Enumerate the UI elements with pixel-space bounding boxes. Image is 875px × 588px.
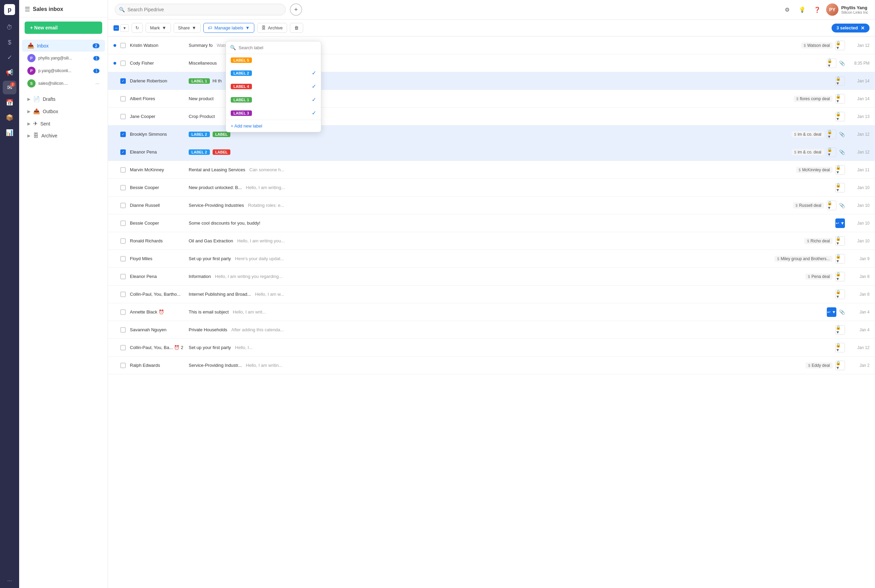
- mark-button[interactable]: Mark ▼: [145, 23, 171, 33]
- email-row-10[interactable]: Dianne Russell Service-Providing Industr…: [108, 196, 875, 214]
- email-row-15[interactable]: Collin-Paul, You, Bartho... Internet Pub…: [108, 285, 875, 303]
- app-logo[interactable]: p: [4, 4, 15, 15]
- label-option-2[interactable]: LABEL 2 ✓: [226, 66, 321, 80]
- action-lock-6[interactable]: 🔒 ▼: [827, 130, 836, 139]
- email-row-4[interactable]: Albert Flores New product $flores comp d…: [108, 90, 875, 108]
- email-row-8[interactable]: Marvin McKinney Rental and Leasing Servi…: [108, 161, 875, 179]
- email-row-7[interactable]: Eleanor Pena LABEL 2 LABEL $im & co. dea…: [108, 143, 875, 161]
- select-all-checkbox[interactable]: [114, 25, 119, 31]
- search-input[interactable]: [115, 4, 286, 15]
- email-row-2[interactable]: Cody Fisher Miscellaneous 🔒 ▼ 📎 8:35 PM: [108, 54, 875, 72]
- row-checkbox-13[interactable]: [120, 256, 126, 261]
- label-option-3[interactable]: LABEL 3 ✓: [226, 106, 321, 120]
- sidebar-item-sent[interactable]: ▶ ✈ Sent: [22, 118, 105, 130]
- email-row-16[interactable]: Annette Black ⏰ This is email subject He…: [108, 303, 875, 321]
- action-lock-14[interactable]: 🔒 ▼: [835, 272, 845, 281]
- row-checkbox-1[interactable]: [120, 43, 126, 48]
- action-lock-5[interactable]: 🔒 ▼: [835, 112, 845, 122]
- email-row-13[interactable]: Floyd Miles Set up your first party Here…: [108, 250, 875, 268]
- label-option-5[interactable]: LABEL 5: [226, 54, 321, 66]
- refresh-button[interactable]: ↻: [132, 23, 143, 33]
- apps-icon[interactable]: ⚙: [781, 3, 793, 16]
- nav-activity[interactable]: ⏱: [3, 21, 16, 34]
- email-row-12[interactable]: Ronald Richards Oil and Gas Extraction H…: [108, 232, 875, 250]
- label-search-input[interactable]: [238, 45, 317, 50]
- action-btn-blue-16[interactable]: ↩ ▼: [827, 308, 836, 317]
- row-checkbox-4[interactable]: [120, 96, 126, 102]
- label-option-1[interactable]: LABEL 1 ✓: [226, 93, 321, 106]
- account-more-sales[interactable]: ···: [95, 81, 99, 86]
- manage-labels-button[interactable]: 🏷 Manage labels ▼: [203, 23, 254, 33]
- email-row-11[interactable]: Bessie Cooper Some cool discounts for yo…: [108, 214, 875, 232]
- row-checkbox-14[interactable]: [120, 274, 126, 279]
- nav-products[interactable]: 📦: [3, 111, 16, 124]
- nav-mail[interactable]: ✉ 2: [3, 81, 16, 94]
- action-lock-15[interactable]: 🔒 ▼: [835, 290, 845, 299]
- row-checkbox-15[interactable]: [120, 292, 126, 297]
- row-checkbox-10[interactable]: [120, 203, 126, 208]
- account-pyang[interactable]: P p.yang@siliconli... 1: [22, 64, 105, 77]
- archive-button[interactable]: 🗄 Archive: [257, 23, 287, 33]
- action-lock-7[interactable]: 🔒 ▼: [827, 147, 836, 157]
- row-checkbox-18[interactable]: [120, 345, 126, 350]
- row-checkbox-17[interactable]: [120, 327, 126, 333]
- select-dropdown[interactable]: ▼: [120, 24, 129, 32]
- email-row-9[interactable]: Bessie Cooper New product unlocked: B...…: [108, 179, 875, 196]
- action-lock-18[interactable]: 🔒 ▼: [835, 343, 845, 352]
- action-lock-1[interactable]: 🔒 ▼: [835, 40, 845, 50]
- email-row-19[interactable]: Ralph Edwards Service-Providing Industr.…: [108, 357, 875, 374]
- nav-campaigns[interactable]: 📢: [3, 66, 16, 79]
- action-lock-9[interactable]: 🔒 ▼: [835, 183, 845, 192]
- email-row-3[interactable]: Darlene Robertson LABEL 1 Hi th 🔒 ▼ Jan …: [108, 72, 875, 90]
- row-checkbox-12[interactable]: [120, 238, 126, 244]
- action-btn-blue-11[interactable]: ↩ ▼: [835, 219, 845, 228]
- clear-selection-button[interactable]: ✕: [861, 25, 865, 31]
- email-row-5[interactable]: Jane Cooper Crop Product 🔒 ▼ Jan 13: [108, 108, 875, 126]
- action-lock-3[interactable]: 🔒 ▼: [835, 76, 845, 86]
- row-checkbox-3[interactable]: [120, 78, 126, 84]
- row-checkbox-9[interactable]: [120, 185, 126, 190]
- new-email-button[interactable]: + New email: [25, 21, 102, 34]
- action-lock-19[interactable]: 🔒 ▼: [835, 361, 845, 370]
- user-info[interactable]: PY Phyllis Yang Silicon Links Inc: [826, 3, 868, 16]
- row-checkbox-5[interactable]: [120, 114, 126, 119]
- sidebar-item-inbox[interactable]: 📥 Inbox 2: [22, 40, 105, 52]
- add-new-label-button[interactable]: + Add new label: [226, 120, 321, 132]
- help-icon[interactable]: ❓: [811, 3, 823, 16]
- action-lock-2[interactable]: 🔒 ▼: [827, 58, 836, 68]
- add-button[interactable]: +: [290, 3, 302, 16]
- action-lock-17[interactable]: 🔒 ▼: [835, 325, 845, 334]
- nav-more[interactable]: ···: [7, 578, 12, 584]
- row-checkbox-16[interactable]: [120, 309, 126, 315]
- account-phyllis[interactable]: P phyllis.yang@sili... 1: [22, 52, 105, 64]
- sidebar-item-drafts[interactable]: ▶ 📄 Drafts: [22, 93, 105, 105]
- nav-reports[interactable]: 📊: [3, 126, 16, 140]
- action-lock-12[interactable]: 🔒 ▼: [835, 236, 845, 246]
- email-row-14[interactable]: Eleanor Pena Information Hello, I am wri…: [108, 268, 875, 285]
- bulb-icon[interactable]: 💡: [796, 3, 808, 16]
- nav-tasks[interactable]: ✓: [3, 51, 16, 64]
- hamburger-icon[interactable]: ☰: [25, 6, 30, 13]
- row-checkbox-2[interactable]: [120, 60, 126, 66]
- delete-button[interactable]: 🗑: [290, 23, 303, 33]
- action-lock-4[interactable]: 🔒 ▼: [835, 94, 845, 104]
- nav-deals[interactable]: $: [3, 36, 16, 49]
- sidebar-item-outbox[interactable]: ▶ 📤 Outbox: [22, 105, 105, 117]
- email-row-6[interactable]: Brooklyn Simmons LABEL 2 LABEL $im & co.…: [108, 126, 875, 143]
- label-option-4[interactable]: LABEL 4 ✓: [226, 80, 321, 93]
- account-sales[interactable]: S sales@silicon.... ···: [22, 77, 105, 90]
- row-checkbox-11[interactable]: [120, 220, 126, 226]
- row-checkbox-8[interactable]: [120, 167, 126, 172]
- row-checkbox-19[interactable]: [120, 363, 126, 368]
- email-row-18[interactable]: Collin-Paul, You, Ba... ⏰ 2 Set up your …: [108, 339, 875, 357]
- nav-calendar[interactable]: 📅: [3, 96, 16, 110]
- share-button[interactable]: Share ▼: [174, 23, 201, 33]
- action-lock-8[interactable]: 🔒 ▼: [835, 165, 845, 175]
- action-lock-10[interactable]: 🔒 ▼: [827, 201, 836, 210]
- email-row-17[interactable]: Savannah Nguyen Private Households After…: [108, 321, 875, 339]
- email-row-1[interactable]: Kristin Watson Summary fo Watson deal $W…: [108, 37, 875, 54]
- sidebar-item-archive[interactable]: ▶ 🗄 Archive: [22, 130, 105, 141]
- row-checkbox-7[interactable]: [120, 149, 126, 155]
- action-lock-13[interactable]: 🔒 ▼: [835, 254, 845, 264]
- row-checkbox-6[interactable]: [120, 132, 126, 137]
